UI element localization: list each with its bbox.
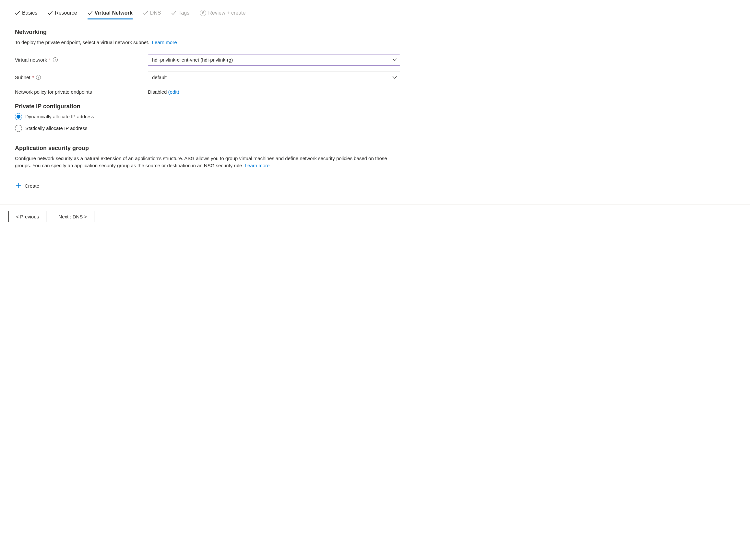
section-private-ip: Private IP configuration Dynamically all…	[15, 103, 400, 132]
tab-tags[interactable]: Tags	[171, 10, 189, 19]
step-number-icon: 6	[200, 10, 206, 16]
wizard-footer: < Previous Next : DNS >	[0, 204, 750, 229]
networking-description: To deploy the private endpoint, select a…	[15, 39, 400, 46]
tab-virtual-network[interactable]: Virtual Network	[87, 10, 133, 19]
check-icon	[143, 11, 148, 15]
section-asg: Application security group Configure net…	[15, 145, 400, 191]
tab-label: Tags	[178, 10, 189, 16]
tab-label: Resource	[55, 10, 77, 16]
radio-static-ip[interactable]: Statically allocate IP address	[15, 125, 400, 132]
radio-dynamic-ip[interactable]: Dynamically allocate IP address	[15, 113, 400, 120]
info-icon[interactable]: i	[36, 75, 41, 80]
radio-icon	[15, 125, 22, 132]
required-indicator: *	[33, 75, 34, 80]
virtual-network-select[interactable]: hdi-privlink-client-vnet (hdi-privlink-r…	[148, 54, 400, 66]
create-asg-button[interactable]: Create	[15, 181, 40, 191]
check-icon	[87, 11, 93, 15]
previous-button[interactable]: < Previous	[8, 211, 46, 222]
tab-label: Review + create	[208, 10, 245, 16]
select-value: default	[152, 75, 167, 80]
tab-resource[interactable]: Resource	[48, 10, 77, 19]
create-label: Create	[25, 183, 39, 189]
subnet-select[interactable]: default	[148, 71, 400, 83]
row-subnet: Subnet * i default	[15, 71, 400, 83]
check-icon	[171, 11, 176, 15]
network-policy-value: Disabled (edit)	[148, 89, 179, 95]
radio-icon	[15, 113, 22, 120]
tab-label: Basics	[22, 10, 37, 16]
asg-description: Configure network security as a natural …	[15, 155, 400, 169]
learn-more-link[interactable]: Learn more	[245, 163, 270, 168]
check-icon	[15, 11, 20, 15]
tab-label: DNS	[150, 10, 161, 16]
radio-label: Statically allocate IP address	[25, 125, 87, 131]
private-ip-heading: Private IP configuration	[15, 103, 400, 110]
tab-label: Virtual Network	[95, 10, 133, 16]
section-networking: Networking To deploy the private endpoin…	[15, 29, 400, 95]
required-indicator: *	[49, 57, 51, 63]
select-value: hdi-privlink-client-vnet (hdi-privlink-r…	[152, 57, 233, 63]
tab-dns[interactable]: DNS	[143, 10, 161, 19]
plus-icon	[16, 183, 21, 189]
asg-heading: Application security group	[15, 145, 400, 152]
tab-basics[interactable]: Basics	[15, 10, 37, 19]
networking-heading: Networking	[15, 29, 400, 36]
ip-allocation-radio-group: Dynamically allocate IP address Statical…	[15, 113, 400, 132]
check-icon	[48, 11, 53, 15]
row-network-policy: Network policy for private endpoints Dis…	[15, 89, 400, 95]
edit-link[interactable]: (edit)	[168, 89, 179, 95]
row-virtual-network: Virtual network * i hdi-privlink-client-…	[15, 54, 400, 66]
info-icon[interactable]: i	[53, 57, 58, 62]
radio-label: Dynamically allocate IP address	[25, 114, 94, 119]
wizard-tabs: Basics Resource Virtual Network DNS Tags	[15, 10, 400, 20]
subnet-label: Subnet * i	[15, 75, 148, 80]
tab-review-create[interactable]: 6 Review + create	[200, 10, 245, 20]
network-policy-label: Network policy for private endpoints	[15, 89, 148, 95]
next-button[interactable]: Next : DNS >	[51, 211, 94, 222]
virtual-network-label: Virtual network * i	[15, 57, 148, 63]
learn-more-link[interactable]: Learn more	[152, 40, 177, 45]
